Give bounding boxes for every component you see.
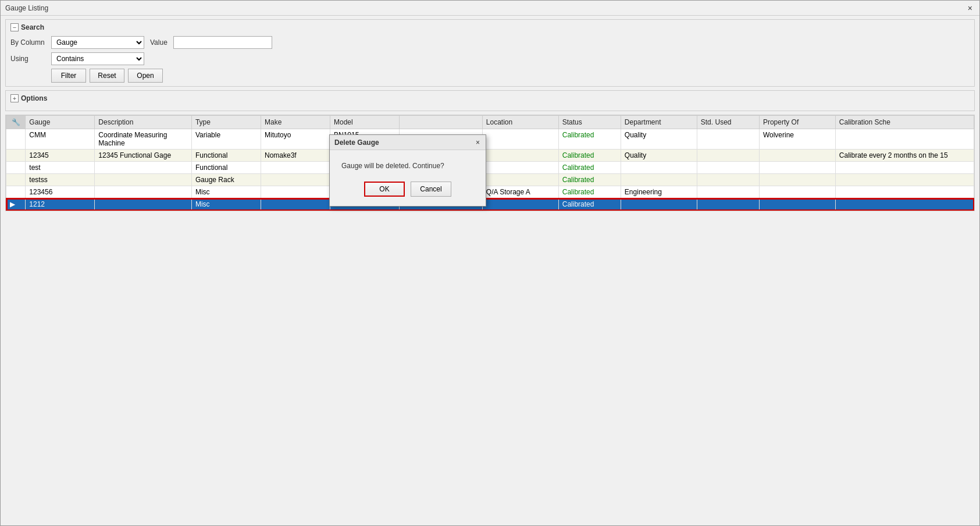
row-make: Nomake3f <box>261 150 330 162</box>
dialog-body: Gauge will be deleted. Continue? OK Canc… <box>330 150 486 206</box>
row-indicator-cell <box>6 129 26 150</box>
dialog-message: Gauge will be deleted. Continue? <box>341 162 474 170</box>
reset-button[interactable]: Reset <box>90 69 124 83</box>
col-property-of[interactable]: Property Of <box>759 116 835 129</box>
col-model[interactable]: Model <box>330 116 399 129</box>
delete-gauge-dialog: Delete Gauge × Gauge will be deleted. Co… <box>329 134 486 207</box>
row-std-used <box>697 198 759 211</box>
row-location <box>482 150 558 162</box>
row-indicator-cell <box>6 186 26 198</box>
row-property-of <box>759 174 835 186</box>
column-select[interactable]: Gauge Description Type Make Model Locati… <box>51 36 144 49</box>
using-label: Using <box>10 55 51 63</box>
row-description <box>95 186 192 198</box>
dialog-ok-button[interactable]: OK <box>364 182 405 197</box>
table-row[interactable]: CMM Coordinate Measuring Machine Variabl… <box>6 129 974 150</box>
data-grid: 🔧 Gauge Description Type Make Model Loca… <box>5 115 975 211</box>
col-extra[interactable] <box>400 116 483 129</box>
row-status: Calibrated <box>558 129 621 150</box>
search-section-header[interactable]: − Search <box>10 23 970 31</box>
row-cal-schedule <box>835 198 974 211</box>
table-row[interactable]: ▶ 1212 Misc Calibrated <box>6 198 974 211</box>
row-gauge: 123456 <box>26 186 95 198</box>
table-row[interactable]: testss Gauge Rack Calibrated <box>6 174 974 186</box>
row-status: Calibrated <box>558 186 621 198</box>
search-section-title: Search <box>21 23 44 31</box>
row-make <box>261 162 330 174</box>
col-std-used[interactable]: Std. Used <box>697 116 759 129</box>
row-cal-schedule <box>835 162 974 174</box>
search-using-row: Using Contains Starts With Equals <box>10 52 970 65</box>
row-department <box>621 174 697 186</box>
row-description <box>95 198 192 211</box>
options-section-title: Options <box>21 94 47 102</box>
content-area: − Search By Column Gauge Description Typ… <box>1 16 979 525</box>
row-type: Misc <box>191 198 261 211</box>
row-std-used <box>697 162 759 174</box>
row-cal-schedule <box>835 186 974 198</box>
row-description: Coordinate Measuring Machine <box>95 129 192 150</box>
row-property-of <box>759 186 835 198</box>
gauge-table: 🔧 Gauge Description Type Make Model Loca… <box>6 115 974 211</box>
window-close-button[interactable]: × <box>965 3 975 13</box>
row-description <box>95 162 192 174</box>
row-type: Functional <box>191 162 261 174</box>
col-cal-schedule[interactable]: Calibration Sche <box>835 116 974 129</box>
open-button[interactable]: Open <box>128 69 163 83</box>
row-location: Q/A Storage A <box>482 186 558 198</box>
row-department <box>621 162 697 174</box>
table-row[interactable]: test Functional Calibrated <box>6 162 974 174</box>
col-department[interactable]: Department <box>621 116 697 129</box>
col-indicator: 🔧 <box>6 116 26 129</box>
row-status: Calibrated <box>558 198 621 211</box>
col-make[interactable]: Make <box>261 116 330 129</box>
col-type[interactable]: Type <box>191 116 261 129</box>
row-department: Quality <box>621 129 697 150</box>
table-row[interactable]: 12345 12345 Functional Gage Functional N… <box>6 150 974 162</box>
col-gauge[interactable]: Gauge <box>26 116 95 129</box>
filter-button[interactable]: Filter <box>51 69 86 83</box>
row-std-used <box>697 150 759 162</box>
row-location <box>482 162 558 174</box>
row-std-used <box>697 186 759 198</box>
row-std-used <box>697 129 759 150</box>
table-row[interactable]: 123456 Misc 2017-05-30 Q/A Storage A Cal… <box>6 186 974 198</box>
col-description[interactable]: Description <box>95 116 192 129</box>
row-description <box>95 174 192 186</box>
row-gauge: testss <box>26 174 95 186</box>
row-std-used <box>697 174 759 186</box>
row-indicator-cell <box>6 162 26 174</box>
dialog-title: Delete Gauge <box>334 138 475 147</box>
row-status: Calibrated <box>558 162 621 174</box>
col-status[interactable]: Status <box>558 116 621 129</box>
search-value-input[interactable] <box>173 36 272 49</box>
options-toggle-icon: + <box>10 94 19 102</box>
row-status: Calibrated <box>558 150 621 162</box>
row-gauge: 12345 <box>26 150 95 162</box>
by-column-label: By Column <box>10 38 51 47</box>
options-section-header[interactable]: + Options <box>10 94 970 102</box>
dialog-title-bar: Delete Gauge × <box>330 135 486 150</box>
search-section: − Search By Column Gauge Description Typ… <box>5 19 975 87</box>
value-label: Value <box>150 38 173 47</box>
row-description: 12345 Functional Gage <box>95 150 192 162</box>
row-indicator-cell <box>6 150 26 162</box>
dialog-close-button[interactable]: × <box>475 138 481 147</box>
search-by-column-row: By Column Gauge Description Type Make Mo… <box>10 36 970 49</box>
row-type: Variable <box>191 129 261 150</box>
search-toggle-icon: − <box>10 23 19 31</box>
row-type: Gauge Rack <box>191 174 261 186</box>
header-icon: 🔧 <box>12 118 20 126</box>
dialog-buttons: OK Cancel <box>341 182 474 197</box>
row-gauge: CMM <box>26 129 95 150</box>
row-location <box>482 174 558 186</box>
row-indicator-cell: ▶ <box>6 198 26 211</box>
dialog-cancel-button[interactable]: Cancel <box>411 182 451 197</box>
row-make <box>261 174 330 186</box>
window-title: Gauge Listing <box>5 4 965 12</box>
using-select[interactable]: Contains Starts With Equals <box>51 52 144 65</box>
row-cal-schedule <box>835 174 974 186</box>
col-location[interactable]: Location <box>482 116 558 129</box>
search-buttons: Filter Reset Open <box>51 69 970 83</box>
row-indicator-cell <box>6 174 26 186</box>
